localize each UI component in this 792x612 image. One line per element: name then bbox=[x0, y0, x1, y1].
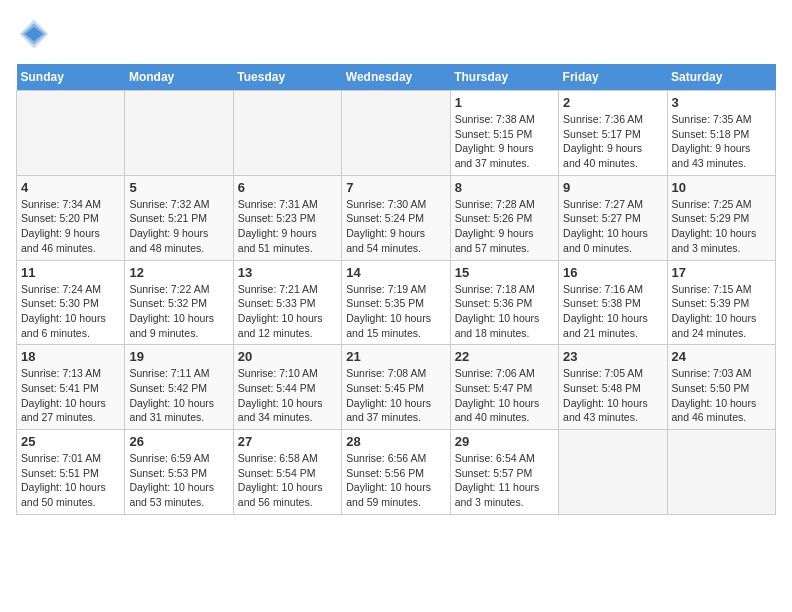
day-info: Sunrise: 7:31 AM Sunset: 5:23 PM Dayligh… bbox=[238, 197, 337, 256]
calendar-cell: 1Sunrise: 7:38 AM Sunset: 5:15 PM Daylig… bbox=[450, 91, 558, 176]
calendar-cell bbox=[667, 430, 775, 515]
calendar-cell bbox=[342, 91, 450, 176]
day-info: Sunrise: 7:30 AM Sunset: 5:24 PM Dayligh… bbox=[346, 197, 445, 256]
calendar-cell: 25Sunrise: 7:01 AM Sunset: 5:51 PM Dayli… bbox=[17, 430, 125, 515]
calendar-body: 1Sunrise: 7:38 AM Sunset: 5:15 PM Daylig… bbox=[17, 91, 776, 515]
day-number: 2 bbox=[563, 95, 662, 110]
weekday-header-sunday: Sunday bbox=[17, 64, 125, 91]
calendar-cell: 8Sunrise: 7:28 AM Sunset: 5:26 PM Daylig… bbox=[450, 175, 558, 260]
logo-icon bbox=[16, 16, 52, 52]
day-info: Sunrise: 7:15 AM Sunset: 5:39 PM Dayligh… bbox=[672, 282, 771, 341]
calendar-cell: 23Sunrise: 7:05 AM Sunset: 5:48 PM Dayli… bbox=[559, 345, 667, 430]
day-number: 26 bbox=[129, 434, 228, 449]
calendar-cell: 12Sunrise: 7:22 AM Sunset: 5:32 PM Dayli… bbox=[125, 260, 233, 345]
day-info: Sunrise: 7:01 AM Sunset: 5:51 PM Dayligh… bbox=[21, 451, 120, 510]
day-number: 25 bbox=[21, 434, 120, 449]
day-number: 14 bbox=[346, 265, 445, 280]
calendar-cell: 5Sunrise: 7:32 AM Sunset: 5:21 PM Daylig… bbox=[125, 175, 233, 260]
day-info: Sunrise: 7:27 AM Sunset: 5:27 PM Dayligh… bbox=[563, 197, 662, 256]
day-info: Sunrise: 7:03 AM Sunset: 5:50 PM Dayligh… bbox=[672, 366, 771, 425]
day-number: 28 bbox=[346, 434, 445, 449]
day-info: Sunrise: 7:24 AM Sunset: 5:30 PM Dayligh… bbox=[21, 282, 120, 341]
day-number: 9 bbox=[563, 180, 662, 195]
day-number: 18 bbox=[21, 349, 120, 364]
day-info: Sunrise: 7:22 AM Sunset: 5:32 PM Dayligh… bbox=[129, 282, 228, 341]
day-number: 10 bbox=[672, 180, 771, 195]
calendar-header: SundayMondayTuesdayWednesdayThursdayFrid… bbox=[17, 64, 776, 91]
day-number: 7 bbox=[346, 180, 445, 195]
day-number: 23 bbox=[563, 349, 662, 364]
day-info: Sunrise: 7:25 AM Sunset: 5:29 PM Dayligh… bbox=[672, 197, 771, 256]
day-number: 6 bbox=[238, 180, 337, 195]
day-number: 29 bbox=[455, 434, 554, 449]
calendar-cell: 21Sunrise: 7:08 AM Sunset: 5:45 PM Dayli… bbox=[342, 345, 450, 430]
logo bbox=[16, 16, 56, 52]
calendar-cell: 13Sunrise: 7:21 AM Sunset: 5:33 PM Dayli… bbox=[233, 260, 341, 345]
calendar-week-row: 4Sunrise: 7:34 AM Sunset: 5:20 PM Daylig… bbox=[17, 175, 776, 260]
calendar-cell: 18Sunrise: 7:13 AM Sunset: 5:41 PM Dayli… bbox=[17, 345, 125, 430]
day-info: Sunrise: 7:38 AM Sunset: 5:15 PM Dayligh… bbox=[455, 112, 554, 171]
day-info: Sunrise: 6:59 AM Sunset: 5:53 PM Dayligh… bbox=[129, 451, 228, 510]
calendar-cell: 19Sunrise: 7:11 AM Sunset: 5:42 PM Dayli… bbox=[125, 345, 233, 430]
day-info: Sunrise: 6:58 AM Sunset: 5:54 PM Dayligh… bbox=[238, 451, 337, 510]
calendar-cell bbox=[17, 91, 125, 176]
calendar-cell: 15Sunrise: 7:18 AM Sunset: 5:36 PM Dayli… bbox=[450, 260, 558, 345]
weekday-header-friday: Friday bbox=[559, 64, 667, 91]
calendar-cell: 24Sunrise: 7:03 AM Sunset: 5:50 PM Dayli… bbox=[667, 345, 775, 430]
calendar-week-row: 11Sunrise: 7:24 AM Sunset: 5:30 PM Dayli… bbox=[17, 260, 776, 345]
calendar-cell: 22Sunrise: 7:06 AM Sunset: 5:47 PM Dayli… bbox=[450, 345, 558, 430]
calendar-cell: 11Sunrise: 7:24 AM Sunset: 5:30 PM Dayli… bbox=[17, 260, 125, 345]
day-number: 11 bbox=[21, 265, 120, 280]
weekday-header-tuesday: Tuesday bbox=[233, 64, 341, 91]
day-number: 20 bbox=[238, 349, 337, 364]
weekday-header-row: SundayMondayTuesdayWednesdayThursdayFrid… bbox=[17, 64, 776, 91]
day-number: 8 bbox=[455, 180, 554, 195]
calendar-cell: 17Sunrise: 7:15 AM Sunset: 5:39 PM Dayli… bbox=[667, 260, 775, 345]
day-number: 15 bbox=[455, 265, 554, 280]
day-info: Sunrise: 7:21 AM Sunset: 5:33 PM Dayligh… bbox=[238, 282, 337, 341]
day-info: Sunrise: 7:06 AM Sunset: 5:47 PM Dayligh… bbox=[455, 366, 554, 425]
day-info: Sunrise: 7:11 AM Sunset: 5:42 PM Dayligh… bbox=[129, 366, 228, 425]
day-number: 16 bbox=[563, 265, 662, 280]
calendar-cell: 26Sunrise: 6:59 AM Sunset: 5:53 PM Dayli… bbox=[125, 430, 233, 515]
day-info: Sunrise: 7:16 AM Sunset: 5:38 PM Dayligh… bbox=[563, 282, 662, 341]
day-info: Sunrise: 7:08 AM Sunset: 5:45 PM Dayligh… bbox=[346, 366, 445, 425]
weekday-header-wednesday: Wednesday bbox=[342, 64, 450, 91]
calendar-cell: 20Sunrise: 7:10 AM Sunset: 5:44 PM Dayli… bbox=[233, 345, 341, 430]
calendar-cell: 2Sunrise: 7:36 AM Sunset: 5:17 PM Daylig… bbox=[559, 91, 667, 176]
header bbox=[16, 16, 776, 52]
calendar-cell: 27Sunrise: 6:58 AM Sunset: 5:54 PM Dayli… bbox=[233, 430, 341, 515]
calendar-cell: 28Sunrise: 6:56 AM Sunset: 5:56 PM Dayli… bbox=[342, 430, 450, 515]
day-number: 22 bbox=[455, 349, 554, 364]
day-info: Sunrise: 7:35 AM Sunset: 5:18 PM Dayligh… bbox=[672, 112, 771, 171]
day-number: 13 bbox=[238, 265, 337, 280]
day-info: Sunrise: 7:34 AM Sunset: 5:20 PM Dayligh… bbox=[21, 197, 120, 256]
day-info: Sunrise: 7:18 AM Sunset: 5:36 PM Dayligh… bbox=[455, 282, 554, 341]
calendar-week-row: 1Sunrise: 7:38 AM Sunset: 5:15 PM Daylig… bbox=[17, 91, 776, 176]
day-number: 4 bbox=[21, 180, 120, 195]
weekday-header-saturday: Saturday bbox=[667, 64, 775, 91]
calendar-week-row: 25Sunrise: 7:01 AM Sunset: 5:51 PM Dayli… bbox=[17, 430, 776, 515]
day-number: 19 bbox=[129, 349, 228, 364]
calendar-cell: 9Sunrise: 7:27 AM Sunset: 5:27 PM Daylig… bbox=[559, 175, 667, 260]
day-info: Sunrise: 7:05 AM Sunset: 5:48 PM Dayligh… bbox=[563, 366, 662, 425]
day-info: Sunrise: 6:54 AM Sunset: 5:57 PM Dayligh… bbox=[455, 451, 554, 510]
day-info: Sunrise: 7:32 AM Sunset: 5:21 PM Dayligh… bbox=[129, 197, 228, 256]
calendar-cell bbox=[125, 91, 233, 176]
calendar-cell: 14Sunrise: 7:19 AM Sunset: 5:35 PM Dayli… bbox=[342, 260, 450, 345]
calendar-cell: 7Sunrise: 7:30 AM Sunset: 5:24 PM Daylig… bbox=[342, 175, 450, 260]
calendar-cell: 16Sunrise: 7:16 AM Sunset: 5:38 PM Dayli… bbox=[559, 260, 667, 345]
day-info: Sunrise: 7:28 AM Sunset: 5:26 PM Dayligh… bbox=[455, 197, 554, 256]
day-number: 21 bbox=[346, 349, 445, 364]
calendar-cell bbox=[559, 430, 667, 515]
day-number: 1 bbox=[455, 95, 554, 110]
day-number: 27 bbox=[238, 434, 337, 449]
day-info: Sunrise: 7:36 AM Sunset: 5:17 PM Dayligh… bbox=[563, 112, 662, 171]
day-number: 24 bbox=[672, 349, 771, 364]
day-info: Sunrise: 7:19 AM Sunset: 5:35 PM Dayligh… bbox=[346, 282, 445, 341]
calendar-cell: 29Sunrise: 6:54 AM Sunset: 5:57 PM Dayli… bbox=[450, 430, 558, 515]
weekday-header-monday: Monday bbox=[125, 64, 233, 91]
day-number: 3 bbox=[672, 95, 771, 110]
day-number: 17 bbox=[672, 265, 771, 280]
calendar-cell: 6Sunrise: 7:31 AM Sunset: 5:23 PM Daylig… bbox=[233, 175, 341, 260]
